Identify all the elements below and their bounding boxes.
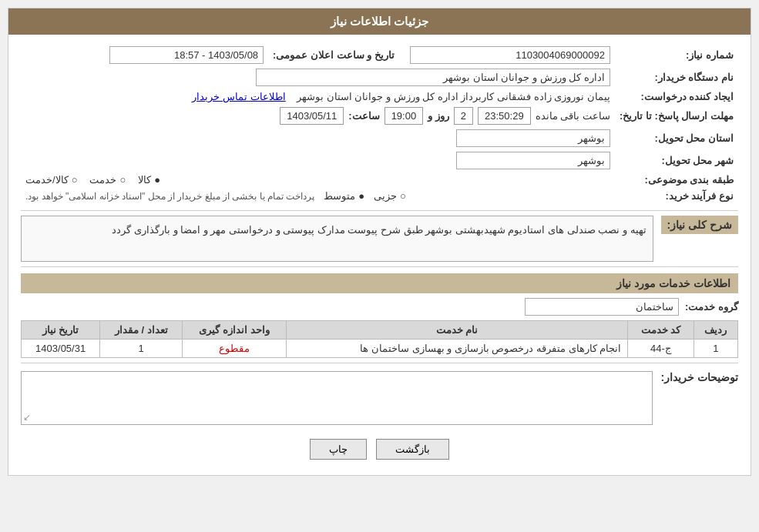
desc-section-label: شرح کلی نیاز: [661,216,738,234]
description-value: تهیه و نصب صندلی های استادیوم شهیدبهشتی … [21,216,653,262]
services-section-label: اطلاعات خدمات مورد نیاز [21,273,738,293]
process-option-jozi[interactable]: ○ جزیی [374,190,406,202]
process-label: نوع فرآیند خرید: [615,188,738,204]
contact-link[interactable]: اطلاعات تماس خریدار [192,91,285,102]
announce-label: تاریخ و ساعت اعلان عمومی: [268,44,399,66]
category-option-kala[interactable]: ● کالا [138,174,160,186]
category-option-kala-khadamat[interactable]: ○ کالا/خدمت [25,174,77,186]
back-button[interactable]: بازگشت [376,439,449,460]
cell-qty: 1 [100,340,183,358]
deadline-label: مهلت ارسال پاسخ: تا تاریخ: [615,105,738,127]
service-group-value: ساختمان [525,298,679,316]
col-date: تاریخ نیاز [22,321,100,340]
cell-row: 1 [694,340,737,358]
category-radio-group: ○ کالا/خدمت ○ خدمت ● کالا [25,174,610,186]
buyer-name-label: نام دستگاه خریدار: [615,66,738,89]
process-note: پرداخت تمام یا بخشی از مبلغ خریدار از مح… [25,191,314,202]
deadline-day-label: روز و [428,110,449,122]
deadline-remaining-value: 23:50:29 [478,107,531,125]
process-radio-jozi[interactable]: ○ [400,190,406,202]
cell-name: انجام کارهای متفرقه درخصوص بازسازی و بهس… [286,340,627,358]
province-label: استان محل تحویل: [615,127,738,149]
creator-value: پیمان نوروزی زاده فشقانی کاربرداز اداره … [297,91,610,102]
deadline-remaining-label: ساعت باقی مانده [536,110,610,122]
buyer-name-value: اداره کل ورزش و جوانان استان بوشهر [256,69,610,86]
category-option-khadamat[interactable]: ○ خدمت [89,174,126,186]
process-radio-motavased[interactable]: ● [358,190,364,202]
page-title: جزئیات اطلاعات نیاز [8,8,751,35]
col-name: نام خدمت [286,321,627,340]
deadline-time-label: ساعت: [348,110,379,122]
print-button[interactable]: چاپ [310,439,367,460]
process-row: پرداخت تمام یا بخشی از مبلغ خریدار از مح… [25,190,610,202]
cell-date: 1403/05/31 [22,340,100,358]
announce-value: 1403/05/08 - 18:57 [109,46,264,64]
buttons-row: بازگشت چاپ [21,439,738,460]
category-radio-kala[interactable]: ● [154,174,160,186]
cell-unit: مقطوع [183,340,287,358]
col-unit: واحد اندازه گیری [183,321,287,340]
deadline-time-value: 19:00 [385,107,424,125]
process-option-motavased[interactable]: ● متوسط [324,190,364,202]
cell-code: ج-44 [628,340,694,358]
col-code: کد خدمت [628,321,694,340]
city-value: بوشهر [456,152,610,169]
service-group-label: گروه خدمت: [685,301,738,313]
city-label: شهر محل تحویل: [615,149,738,172]
col-qty: تعداد / مقدار [100,321,183,340]
table-row: 1 ج-44 انجام کارهای متفرقه درخصوص بازساز… [22,340,738,358]
creator-label: ایجاد کننده درخواست: [615,89,738,105]
province-value: بوشهر [456,129,610,147]
category-radio-kala-khadamat[interactable]: ○ [72,174,78,186]
col-row: ردیف [694,321,737,340]
order-number-value: 1103004069000092 [410,46,610,64]
deadline-date: 1403/05/11 [280,107,344,125]
buyer-desc-label: توضیحات خریدار: [660,368,738,386]
category-radio-khadamat[interactable]: ○ [119,174,126,186]
category-label: طبقه بندی موضوعی: [615,172,738,188]
order-number-label: شماره نیاز: [615,44,738,66]
services-table: ردیف کد خدمت نام خدمت واحد اندازه گیری ت… [21,320,738,358]
deadline-day-value: 2 [454,107,473,125]
buyer-desc-value[interactable] [21,371,653,425]
